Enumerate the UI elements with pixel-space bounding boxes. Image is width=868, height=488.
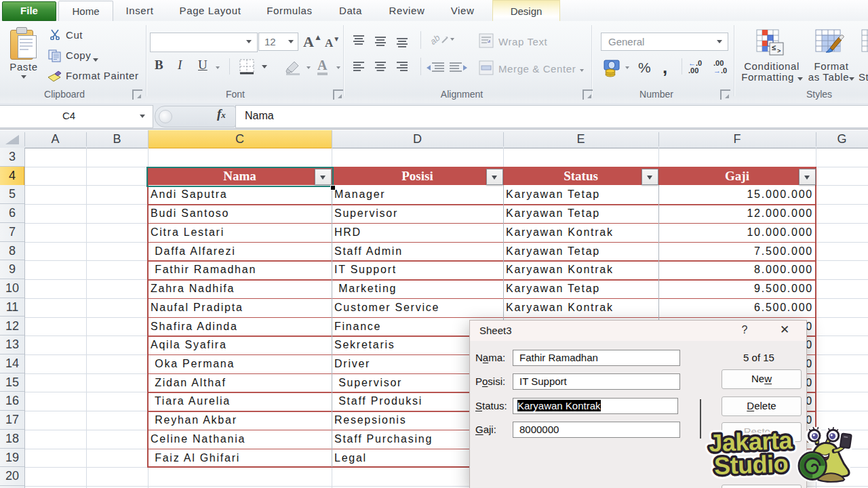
svg-text:ab: ab	[430, 33, 442, 47]
svg-text:Studio: Studio	[713, 449, 788, 480]
svg-text:≤: ≤	[772, 43, 776, 52]
svg-text:>: >	[777, 47, 781, 54]
